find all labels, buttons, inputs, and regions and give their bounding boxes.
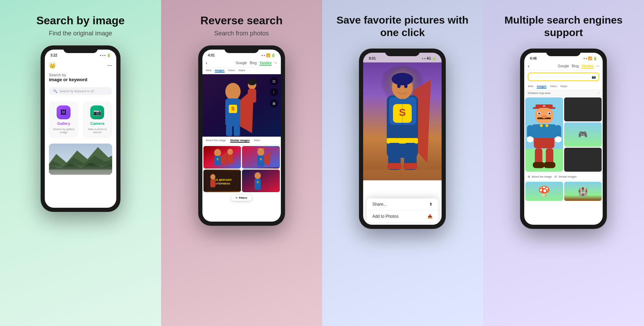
crown-icon: 👑: [49, 62, 56, 69]
back-icon-p4[interactable]: ‹: [528, 64, 529, 69]
panel-save-favorite: Save favorite pictures with one click 8:…: [322, 0, 483, 326]
p4-search-bar[interactable]: 📷: [528, 72, 599, 81]
signal-1: ▪ ▪ ▪ 🔋: [100, 53, 111, 57]
phone-screen-2: 4:01 ▪ ▪ 📶 🔋 ‹ Google Bing Yandex ··· We…: [202, 50, 281, 222]
mario-bottom-1[interactable]: 🍄: [525, 182, 563, 201]
tab-google-p4[interactable]: Google: [558, 64, 569, 69]
tab-yandex-active[interactable]: Yandex: [259, 61, 271, 66]
p2-action-icons: ⊡ ↑ ⊞: [270, 77, 278, 108]
p2-sub-tabs: Web Images Video Maps: [202, 67, 281, 74]
panel-2-title: Reverse search: [200, 14, 283, 27]
camera-label: Camera: [90, 121, 104, 126]
result-tab-sites[interactable]: Sites: [254, 139, 260, 143]
add-to-photos-menu-item[interactable]: Add to Photos 📥: [367, 211, 438, 223]
svg-rect-52: [387, 163, 401, 169]
svg-point-65: [542, 115, 546, 119]
share-menu-item[interactable]: Share... ⬆: [367, 198, 438, 211]
mario-main-image[interactable]: M: [525, 97, 563, 172]
svg-rect-77: [544, 162, 555, 168]
panel-2-subtitle: Search from photos: [214, 30, 269, 37]
subtab-maps-p4[interactable]: Maps: [560, 85, 567, 88]
p4-bottom-images: 🍄 🏰: [524, 181, 603, 202]
copy-menu-item[interactable]: Copy 📋: [367, 223, 438, 225]
svg-point-73: [555, 136, 562, 143]
result-image-1[interactable]: S: [203, 146, 241, 169]
p1-screen: 👑 ··· Search by image or keyword 🔍 Searc…: [45, 59, 116, 178]
svg-rect-12: [234, 126, 240, 136]
phone-screen-1: 3:22 ▪ ▪ ▪ 🔋 👑 ··· Search by image or ke…: [45, 50, 116, 208]
similar-images-section[interactable]: ⊟ Similar images: [554, 175, 576, 178]
svg-rect-53: [403, 163, 417, 169]
photos-icon-menu: 📥: [427, 214, 433, 219]
panel-4-title: Multiple search engines support: [490, 14, 637, 39]
mario-small-2[interactable]: [564, 148, 602, 172]
tab-more-p4[interactable]: ···: [596, 64, 599, 69]
dark-image-top[interactable]: [564, 97, 602, 121]
subtab-web[interactable]: Web: [206, 69, 211, 72]
tab-yandex-p4[interactable]: Yandex: [582, 64, 594, 69]
result-tab-similar-active[interactable]: Similar images: [230, 139, 250, 143]
phone-notch-3: [385, 49, 420, 56]
svg-rect-14: [248, 89, 256, 103]
mario-bottom-2[interactable]: 🏰: [564, 182, 602, 201]
svg-point-46: [392, 73, 413, 85]
result-tab-about[interactable]: About the image: [206, 139, 226, 143]
tab-bing[interactable]: Bing: [250, 61, 257, 66]
tab-google[interactable]: Google: [236, 61, 247, 66]
svg-rect-22: [227, 155, 233, 163]
p1-search-bar[interactable]: 🔍 Search by keyword or url: [49, 87, 112, 95]
p4-about-similar-row: ⊞ About the image ⊟ Similar images: [524, 173, 603, 181]
subtab-web-p4[interactable]: Web: [528, 85, 533, 88]
svg-point-21: [227, 149, 233, 155]
tab-bing-p4[interactable]: Bing: [572, 64, 579, 69]
svg-text:M: M: [543, 104, 545, 108]
svg-point-68: [540, 124, 543, 127]
mario-small-1[interactable]: 🎮: [564, 122, 602, 146]
time-4: 4:46: [530, 57, 537, 60]
share-icon[interactable]: ↑: [270, 88, 278, 96]
subtab-video[interactable]: Video: [228, 69, 235, 72]
p4-sub-tabs: Web Images Video Maps: [524, 83, 603, 90]
phone-mockup-2: 4:01 ▪ ▪ 📶 🔋 ‹ Google Bing Yandex ··· We…: [198, 45, 285, 226]
scan-icon[interactable]: ⊡: [270, 77, 278, 85]
tab-more[interactable]: ···: [274, 61, 277, 66]
subtab-maps[interactable]: Maps: [239, 69, 245, 72]
result-image-2[interactable]: S 8 Марта: [242, 146, 280, 169]
gallery-option[interactable]: 🖼 Gallery Search by gallery image: [49, 101, 78, 138]
svg-text:S: S: [260, 157, 262, 161]
p2-results-grid: S: [202, 145, 281, 193]
filters-button[interactable]: ≡ Filters: [231, 195, 252, 201]
subtab-images-active[interactable]: Images: [215, 69, 225, 72]
signal-2: ▪ ▪ 📶 🔋: [261, 53, 275, 57]
p4-nav-tabs: Google Bing Yandex ···: [558, 64, 599, 69]
subtab-images-p4[interactable]: Images: [537, 85, 546, 88]
back-icon-p2[interactable]: ‹: [206, 61, 207, 66]
panel-1-subtitle: Find the original image: [49, 30, 112, 37]
svg-point-35: [254, 172, 261, 179]
camera-option[interactable]: 📷 Camera Take a photo to search: [83, 101, 112, 138]
about-image-section[interactable]: ⊞ About the image: [528, 175, 552, 178]
svg-text:ВСЕ ДЕВУШКИ: ВСЕ ДЕВУШКИ: [213, 178, 231, 181]
phone-mockup-4: 4:46 ▪ ▪ 📶 🔋 ‹ Google Bing Yandex ··· 📷: [520, 49, 607, 229]
time-1: 3:22: [50, 53, 57, 57]
p2-result-tabs: About the image Similar images Sites: [202, 137, 281, 145]
landscape-image: [49, 144, 112, 175]
time-2: 4:01: [208, 53, 215, 57]
camera-icon: 📷: [90, 105, 104, 119]
more-icon[interactable]: ···: [108, 62, 112, 69]
result-image-4[interactable]: S: [242, 170, 280, 192]
phone-notch-2: [224, 45, 259, 53]
svg-point-72: [527, 136, 534, 143]
subtab-video-p4[interactable]: Video: [550, 85, 557, 88]
svg-point-17: [214, 149, 221, 157]
p2-bottom-area: ≡ Filters: [202, 193, 281, 204]
about-icon: ⊞: [528, 175, 530, 178]
camera-icon-p4[interactable]: 📷: [592, 75, 596, 79]
signal-4: ▪ ▪ 📶 🔋: [584, 57, 597, 60]
result-image-3[interactable]: ВСЕ ДЕВУШКИ СУПЕРМЕНА: [203, 170, 241, 192]
p1-title-area: Search by image or keyword: [49, 73, 112, 82]
crop-icon[interactable]: ⊞: [270, 99, 278, 108]
panel-search-by-image: Search by image Find the original image …: [0, 0, 161, 326]
share-icon-p4[interactable]: ↑: [598, 92, 599, 95]
time-3: 8:01: [369, 57, 376, 60]
